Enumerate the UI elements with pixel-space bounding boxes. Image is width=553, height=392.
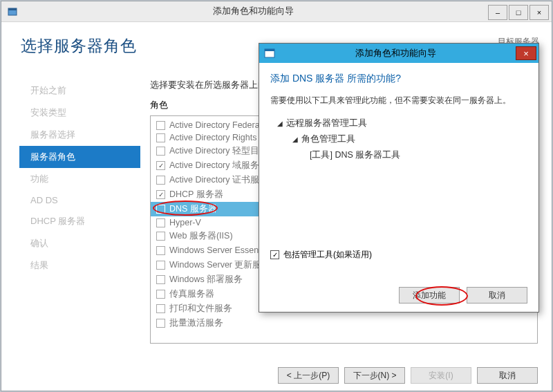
- nav-step[interactable]: 确认: [19, 232, 140, 254]
- checkbox-icon: [156, 176, 165, 185]
- dialog-body: 添加 DNS 服务器 所需的功能? 需要使用以下工具来管理此功能，但不需要安装在…: [259, 63, 538, 312]
- role-label: Hyper-V: [169, 218, 201, 227]
- checkbox-icon: [270, 250, 279, 259]
- role-label: Active Directory 域服务: [169, 160, 259, 171]
- tree-item-level2[interactable]: ◢ 角色管理工具: [271, 131, 527, 147]
- include-tools-checkbox[interactable]: 包括管理工具(如果适用): [270, 249, 527, 261]
- nav-step[interactable]: 结果: [19, 254, 140, 277]
- close-icon: ×: [523, 48, 529, 59]
- dialog-icon: [263, 47, 276, 59]
- tree-item-level3[interactable]: [工具] DNS 服务器工具: [271, 147, 527, 163]
- nav-step[interactable]: 安装类型: [19, 102, 140, 124]
- svg-rect-3: [265, 49, 274, 51]
- svg-rect-1: [8, 8, 17, 10]
- checkbox-icon: [156, 232, 165, 241]
- checkbox-icon: [156, 275, 165, 284]
- maximize-button[interactable]: □: [509, 5, 528, 20]
- outer-titlebar: 添加角色和功能向导 – □ ×: [1, 1, 552, 22]
- titlebar-buttons: – □ ×: [488, 3, 552, 20]
- nav-step[interactable]: 服务器选择: [19, 124, 140, 146]
- dialog-title: 添加角色和功能向导: [276, 48, 516, 59]
- tree-label: [工具] DNS 服务器工具: [310, 149, 400, 161]
- checkbox-icon: [156, 304, 165, 313]
- tree-label: 角色管理工具: [301, 133, 355, 145]
- tree-expand-icon[interactable]: ◢: [276, 120, 283, 127]
- dialog-footer-buttons: 添加功能 取消: [399, 287, 527, 304]
- dialog-close-button[interactable]: ×: [516, 46, 536, 60]
- tree-item-level1[interactable]: ◢ 远程服务器管理工具: [271, 115, 527, 131]
- tree-label: 远程服务器管理工具: [286, 118, 367, 129]
- checkbox-icon: [156, 121, 165, 130]
- features-tree[interactable]: ◢ 远程服务器管理工具 ◢ 角色管理工具 [工具] DNS 服务器工具: [270, 115, 527, 246]
- checkbox-icon: [156, 261, 165, 270]
- nav-step[interactable]: 功能: [19, 168, 140, 190]
- minimize-button[interactable]: –: [488, 5, 507, 20]
- role-row[interactable]: 批量激活服务: [151, 316, 441, 330]
- checkbox-icon: [156, 133, 165, 142]
- wizard-footer-buttons: < 上一步(P) 下一步(N) > 安装(I) 取消: [1, 367, 538, 384]
- role-label: 批量激活服务: [169, 317, 223, 329]
- checkbox-icon: [156, 147, 165, 156]
- prev-button[interactable]: < 上一步(P): [278, 367, 339, 384]
- role-label: Web 服务器(IIS): [169, 230, 233, 242]
- page-title: 选择服务器角色: [21, 35, 137, 57]
- tree-expand-icon[interactable]: ◢: [292, 136, 299, 143]
- role-label: DHCP 服务器: [169, 189, 223, 200]
- checkbox-icon: [156, 246, 165, 255]
- dialog-titlebar: 添加角色和功能向导 ×: [259, 44, 538, 63]
- nav-step[interactable]: AD DS: [19, 190, 140, 210]
- checkbox-icon: [156, 319, 165, 328]
- role-label: Windows Server 更新服务: [169, 259, 270, 271]
- role-label: 传真服务器: [169, 288, 214, 300]
- window-icon: [7, 6, 18, 17]
- include-tools-label: 包括管理工具(如果适用): [283, 249, 372, 261]
- checkbox-icon: [156, 218, 165, 227]
- annotation-ellipse: [153, 200, 218, 216]
- checkbox-icon: [156, 161, 165, 170]
- dialog-cancel-button[interactable]: 取消: [467, 287, 527, 304]
- add-features-dialog: 添加角色和功能向导 × 添加 DNS 服务器 所需的功能? 需要使用以下工具来管…: [259, 43, 539, 312]
- nav-step[interactable]: 服务器角色: [19, 146, 140, 168]
- add-features-button[interactable]: 添加功能: [399, 287, 460, 304]
- dialog-heading: 添加 DNS 服务器 所需的功能?: [270, 73, 527, 85]
- checkbox-icon: [156, 190, 165, 199]
- nav-step[interactable]: 开始之前: [19, 80, 140, 102]
- role-label: 打印和文件服务: [169, 303, 232, 315]
- role-label: Active Directory 证书服务: [169, 174, 268, 186]
- nav-step[interactable]: DHCP 服务器: [19, 210, 140, 232]
- role-label: Windows 部署服务: [169, 274, 243, 286]
- close-button[interactable]: ×: [529, 5, 549, 20]
- outer-title: 添加角色和功能向导: [18, 6, 488, 17]
- install-button: 安装(I): [411, 367, 471, 384]
- next-button[interactable]: 下一步(N) >: [344, 367, 405, 384]
- checkbox-icon: [156, 290, 165, 299]
- wizard-nav: 开始之前安装类型服务器选择服务器角色功能AD DSDHCP 服务器确认结果: [19, 80, 140, 277]
- dialog-description: 需要使用以下工具来管理此功能，但不需要安装在同一服务器上。: [270, 95, 527, 106]
- cancel-button[interactable]: 取消: [477, 367, 538, 384]
